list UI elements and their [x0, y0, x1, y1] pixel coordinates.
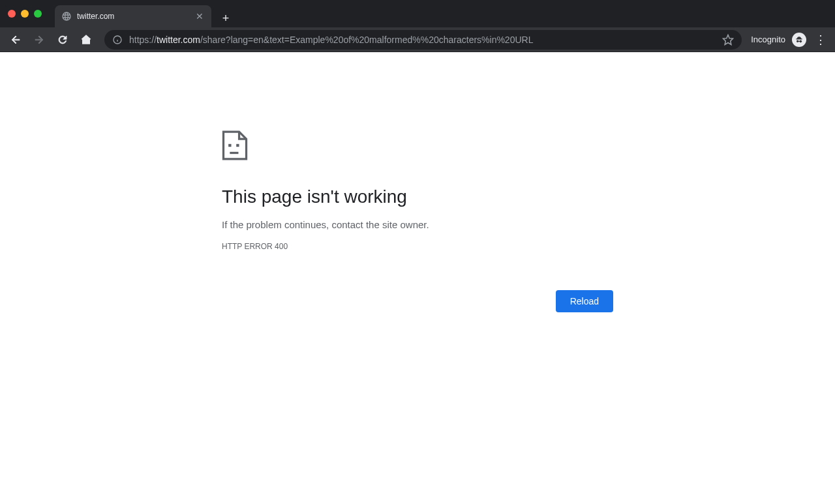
bookmark-star-icon[interactable]	[722, 34, 734, 46]
svg-rect-4	[228, 144, 231, 147]
window-maximize-button[interactable]	[34, 10, 42, 18]
tab-strip: twitter.com ✕ +	[55, 0, 235, 27]
error-message: If the problem continues, contact the si…	[222, 219, 613, 230]
toolbar-right: Incognito ⋮	[751, 33, 828, 47]
window-controls	[8, 10, 42, 18]
globe-icon	[61, 11, 72, 22]
sad-page-icon	[222, 130, 248, 160]
titlebar: twitter.com ✕ +	[0, 0, 835, 27]
new-tab-button[interactable]: +	[217, 9, 235, 27]
tab-title: twitter.com	[77, 12, 189, 21]
more-menu-button[interactable]: ⋮	[813, 33, 828, 47]
error-code: HTTP ERROR 400	[222, 242, 613, 251]
home-button[interactable]	[77, 31, 95, 49]
window-close-button[interactable]	[8, 10, 16, 18]
window-minimize-button[interactable]	[21, 10, 29, 18]
error-title: This page isn't working	[222, 186, 613, 207]
browser-tab[interactable]: twitter.com ✕	[55, 5, 211, 27]
address-bar[interactable]: https://twitter.com/share?lang=en&text=E…	[104, 30, 742, 50]
reload-button[interactable]	[53, 31, 72, 49]
svg-marker-3	[723, 35, 733, 44]
svg-rect-6	[230, 152, 238, 154]
incognito-icon[interactable]	[792, 33, 806, 47]
url-text: https://twitter.com/share?lang=en&text=E…	[129, 35, 716, 45]
svg-rect-5	[236, 144, 239, 147]
back-button[interactable]	[7, 31, 25, 49]
page-content: This page isn't working If the problem c…	[0, 52, 835, 504]
error-block: This page isn't working If the problem c…	[222, 130, 613, 312]
incognito-label: Incognito	[751, 35, 785, 44]
toolbar: https://twitter.com/share?lang=en&text=E…	[0, 27, 835, 52]
reload-page-button[interactable]: Reload	[556, 290, 613, 312]
forward-button[interactable]	[30, 31, 48, 49]
tab-close-button[interactable]: ✕	[194, 11, 205, 22]
site-info-icon[interactable]	[112, 35, 123, 45]
